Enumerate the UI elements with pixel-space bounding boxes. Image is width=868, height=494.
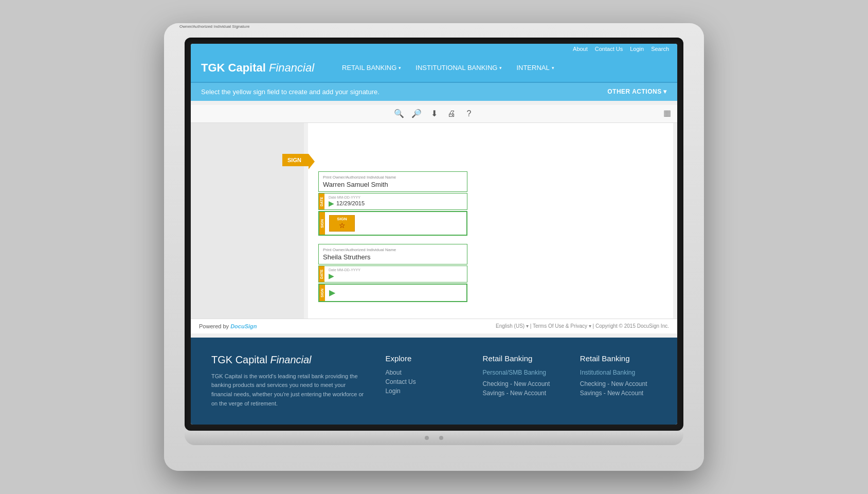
- nav-contact-link[interactable]: Contact Us: [595, 46, 623, 52]
- nav-retail-banking[interactable]: RETAIL BANKING ▾: [335, 54, 408, 82]
- person1-sign-side-label: SIGN: [319, 212, 325, 235]
- main-nav: TGK Capital Financial RETAIL BANKING ▾ I…: [191, 54, 677, 83]
- person1-date-value: ▶ 12/29/2015: [329, 199, 463, 207]
- docusign-area: 🔍 🔎 ⬇ 🖨 ? ▦: [191, 101, 677, 338]
- zoom-out-icon[interactable]: 🔎: [411, 108, 422, 119]
- person2-sign-row: SIGN Owner/Authorized Individual Signatu…: [318, 284, 467, 302]
- utility-nav: About Contact Us Login Search: [191, 44, 677, 54]
- person1-date-inner: Date MM-DD-YYYY ▶ 12/29/2015: [324, 193, 467, 209]
- person1-date-arrow: ▶: [329, 199, 334, 207]
- footer-retail-savings[interactable]: Savings - New Account: [483, 390, 559, 397]
- footer-explore-title: Explore: [385, 354, 462, 363]
- sign-indicator: SIGN: [282, 154, 627, 166]
- nav-about-link[interactable]: About: [573, 46, 588, 52]
- docusign-content: SIGN Print Owner/Authorized Individual N…: [191, 123, 677, 319]
- main-nav-links: RETAIL BANKING ▾ INSTITUTIONAL BANKING ▾…: [335, 54, 562, 82]
- person1-date-side-label: DATE: [319, 193, 324, 209]
- footer-explore: Explore About Contact Us Login: [385, 354, 462, 408]
- person2-section: Print Owner/Authorized Individual Name S…: [318, 244, 467, 302]
- person1-sign-inner: Owner/Authorized Individual Signature SI…: [325, 212, 466, 235]
- site-footer: TGK Capital Financial TGK Capital is the…: [191, 338, 677, 425]
- footer-institutional-savings[interactable]: Savings - New Account: [580, 390, 657, 397]
- person1-section: Print Owner/Authorized Individual Name W…: [318, 171, 467, 236]
- footer-institutional-checking[interactable]: Checking - New Account: [580, 380, 657, 387]
- person1-date-label: Date MM-DD-YYYY: [329, 196, 463, 199]
- person2-sign-side-label: SIGN: [319, 285, 325, 301]
- action-bar-message: Select the yellow sign field to create a…: [201, 88, 379, 96]
- person1-sign-icon: ☆: [337, 221, 347, 230]
- action-bar: Select the yellow sign field to create a…: [191, 83, 677, 101]
- person1-name-value: Warren Samuel Smith: [323, 181, 463, 188]
- footer-institutional-title: Retail Banking: [580, 354, 657, 363]
- person1-sign-row: SIGN Owner/Authorized Individual Signatu…: [318, 211, 467, 236]
- person2-date-value: ▶: [329, 272, 463, 280]
- laptop-frame: About Contact Us Login Search TGK Capita…: [164, 23, 704, 471]
- footer-brand-text: TGK Capital is the world's leading retai…: [211, 372, 365, 408]
- sidebar-toggle-icon[interactable]: ▦: [663, 108, 671, 118]
- docusign-left-panel: [191, 123, 304, 319]
- person1-sign-box[interactable]: SIGN ☆: [329, 215, 355, 232]
- person1-sign-box-inner: SIGN ☆: [337, 217, 347, 230]
- person2-name-value: Sheila Struthers: [323, 253, 463, 261]
- person2-date-side-label: DATE: [319, 266, 324, 282]
- nav-internal[interactable]: INTERNAL ▾: [509, 54, 561, 82]
- screen-bezel: About Contact Us Login Search TGK Capita…: [185, 38, 683, 431]
- footer-brand: TGK Capital Financial TGK Capital is the…: [211, 354, 365, 408]
- nav-login-link[interactable]: Login: [630, 46, 644, 52]
- person2-date-arrow: ▶: [329, 272, 334, 280]
- laptop-dot-2: [439, 436, 443, 440]
- footer-retail: Retail Banking Personal/SMB Banking Chec…: [483, 354, 559, 408]
- footer-brand-title: TGK Capital Financial: [211, 354, 365, 366]
- docusign-footer: Powered by DocuSign English (US) ▾ | Ter…: [191, 319, 677, 333]
- footer-institutional-subtitle: Institutional Banking: [580, 369, 657, 376]
- footer-explore-contact[interactable]: Contact Us: [385, 378, 462, 385]
- print-icon[interactable]: 🖨: [446, 108, 457, 119]
- person2-sign-arrow: ▶: [329, 288, 335, 297]
- zoom-in-icon[interactable]: 🔍: [393, 108, 405, 119]
- person1-name-field: Print Owner/Authorized Individual Name W…: [318, 171, 467, 192]
- laptop-dot-1: [425, 436, 429, 440]
- docusign-footer-right: English (US) ▾ | Terms Of Use & Privacy …: [496, 323, 669, 329]
- footer-explore-login[interactable]: Login: [385, 387, 462, 395]
- person2-name-label: Print Owner/Authorized Individual Name: [323, 248, 463, 252]
- person2-sign-inner: Owner/Authorized Individual Signature ▶: [325, 285, 466, 301]
- nav-institutional-banking[interactable]: INSTITUTIONAL BANKING ▾: [408, 54, 509, 82]
- brand-name-regular: TGK Capital: [201, 61, 269, 74]
- person2-date-label: Date MM-DD-YYYY: [329, 268, 463, 272]
- person1-name-label: Print Owner/Authorized Individual Name: [323, 175, 463, 180]
- nav-search-link[interactable]: Search: [651, 46, 669, 52]
- footer-retail-subtitle: Personal/SMB Banking: [483, 369, 559, 376]
- docusign-toolbar: 🔍 🔎 ⬇ 🖨 ? ▦: [191, 105, 677, 123]
- person2-date-row: DATE Date MM-DD-YYYY ▶: [318, 266, 467, 283]
- retail-banking-arrow: ▾: [399, 65, 401, 70]
- institutional-banking-arrow: ▾: [499, 65, 502, 70]
- footer-retail-title: Retail Banking: [483, 354, 559, 363]
- person1-date-row: DATE Date MM-DD-YYYY ▶ 12/29/2015: [318, 193, 467, 210]
- person2-date-inner: Date MM-DD-YYYY ▶: [324, 266, 467, 282]
- other-actions-button[interactable]: OTHER ACTIONS ▾: [607, 88, 667, 95]
- person2-name-field: Print Owner/Authorized Individual Name S…: [318, 244, 467, 264]
- footer-explore-about[interactable]: About: [385, 369, 462, 376]
- brand-logo: TGK Capital Financial: [201, 61, 314, 75]
- footer-institutional: Retail Banking Institutional Banking Che…: [580, 354, 657, 408]
- person1-sign-text: SIGN: [337, 217, 347, 221]
- brand-name-italic: Financial: [269, 61, 314, 74]
- footer-retail-checking[interactable]: Checking - New Account: [483, 380, 559, 387]
- screen-content: About Contact Us Login Search TGK Capita…: [191, 44, 677, 425]
- sign-button[interactable]: SIGN: [282, 154, 309, 166]
- laptop-base: [185, 431, 683, 445]
- docusign-powered-by: Powered by DocuSign: [199, 323, 257, 329]
- docusign-doc-panel: SIGN Print Owner/Authorized Individual N…: [308, 123, 673, 319]
- download-icon[interactable]: ⬇: [428, 108, 440, 119]
- help-icon[interactable]: ?: [463, 108, 475, 119]
- internal-arrow: ▾: [552, 65, 554, 70]
